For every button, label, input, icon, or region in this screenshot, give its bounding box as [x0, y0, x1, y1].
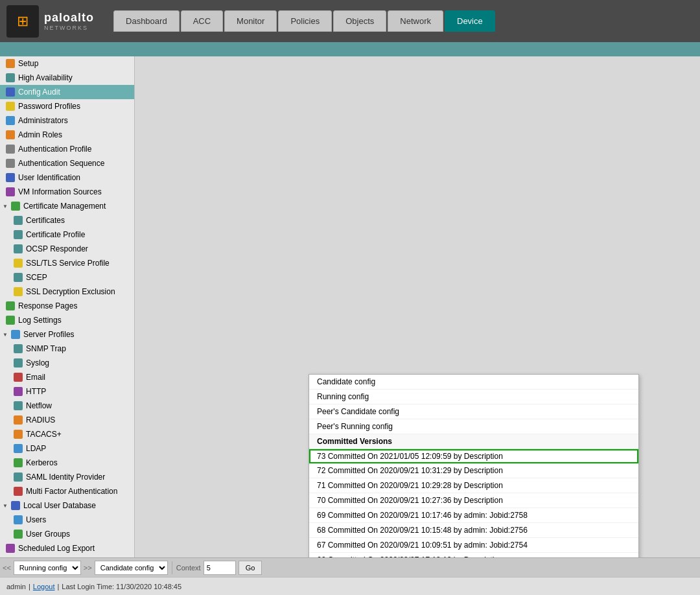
sidebar-item-ssl-tls[interactable]: SSL/TLS Service Profile: [0, 256, 134, 270]
sidebar-item-radius[interactable]: RADIUS: [0, 413, 134, 427]
sidebar-label-response-pages: Response Pages: [18, 301, 77, 310]
logo-box: ⊞: [6, 5, 39, 38]
sidebar-item-kerberos[interactable]: Kerberos: [0, 456, 134, 470]
sidebar-label-email: Email: [26, 373, 45, 382]
saml-icon: [13, 472, 23, 482]
nav-tabs: Dashboard ACC Monitor Policies Objects N…: [113, 10, 495, 32]
sidebar-item-log-settings[interactable]: Log Settings: [0, 313, 134, 327]
group-icon: [13, 529, 23, 539]
sidebar-label-user-id: User Identification: [18, 173, 80, 182]
logo-icon: ⊞: [17, 13, 29, 30]
dropdown-peers-candidate[interactable]: Peer's Candidate config: [309, 404, 638, 419]
sidebar-item-ha[interactable]: High Availability: [0, 71, 134, 85]
sidebar-label-users: Users: [26, 515, 46, 524]
sidebar-item-user-identification[interactable]: User Identification: [0, 170, 134, 185]
http-icon: [13, 386, 23, 397]
sidebar-label-ocsp: OCSP Responder: [26, 244, 88, 253]
sidebar-item-ocsp[interactable]: OCSP Responder: [0, 242, 134, 256]
sidebar-label-radius: RADIUS: [26, 415, 55, 425]
sidebar-label-auth-sequence: Authentication Sequence: [18, 159, 104, 168]
resp-icon: [5, 301, 16, 311]
seq-icon: [5, 158, 16, 169]
sidebar-item-auth-sequence[interactable]: Authentication Sequence: [0, 156, 134, 170]
status-separator-1: |: [29, 583, 30, 590]
sidebar-item-administrators[interactable]: Administrators: [0, 113, 134, 128]
sidebar-label-certificates: Certificates: [26, 216, 65, 225]
last-login-text: Last Login Time: 11/30/2020 10:48:45: [62, 583, 181, 590]
sidebar-item-scep[interactable]: SCEP: [0, 270, 134, 285]
dropdown-version-66[interactable]: 66 Committed On 2020/08/07 17:18:12 by D…: [309, 553, 638, 557]
sidebar-item-snmp[interactable]: SNMP Trap: [0, 342, 134, 356]
sidebar-item-local-user-db[interactable]: ▼ Local User Database: [0, 498, 134, 513]
sidebar-item-tacacs[interactable]: TACACS+: [0, 427, 134, 441]
vm-icon: [5, 187, 16, 197]
tab-monitor[interactable]: Monitor: [224, 10, 277, 32]
user-icon: [13, 515, 23, 525]
sidebar-item-users[interactable]: Users: [0, 513, 134, 527]
logo-area: ⊞ paloalto NETWORKS: [6, 5, 94, 38]
sidebar-item-vm-info[interactable]: VM Information Sources: [0, 185, 134, 199]
tab-network[interactable]: Network: [388, 10, 443, 32]
dropdown-version-70[interactable]: 70 Committed On 2020/09/21 10:27:36 by D…: [309, 493, 638, 508]
sidebar-item-http[interactable]: HTTP: [0, 384, 134, 399]
sidebar-item-saml[interactable]: SAML Identity Provider: [0, 470, 134, 484]
sidebar-item-setup[interactable]: Setup: [0, 56, 134, 71]
sidebar-item-user-groups[interactable]: User Groups: [0, 527, 134, 541]
sidebar-item-password-profiles[interactable]: Password Profiles: [0, 99, 134, 113]
sidebar-item-mfa[interactable]: Multi Factor Authentication: [0, 484, 134, 498]
sidebar-item-server-profiles[interactable]: ▼ Server Profiles: [0, 327, 134, 342]
sidebar-label-auth-profile: Authentication Profile: [18, 145, 91, 154]
sidebar-item-certificates[interactable]: Certificates: [0, 213, 134, 228]
status-separator-2: |: [57, 583, 59, 590]
sidebar-label-kerberos: Kerberos: [26, 458, 58, 467]
tab-device[interactable]: Device: [445, 10, 495, 32]
log-icon: [5, 315, 16, 325]
ocsp-icon: [13, 244, 23, 254]
dropdown-version-68[interactable]: 68 Committed On 2020/09/21 10:15:48 by a…: [309, 523, 638, 538]
sidebar-item-email[interactable]: Email: [0, 370, 134, 384]
nav-left-arrows: <<: [3, 564, 11, 572]
right-config-select[interactable]: Candidate config: [95, 561, 168, 575]
sidebar-item-ldap[interactable]: LDAP: [0, 441, 134, 456]
dropdown-candidate-config[interactable]: Candidate config: [309, 375, 638, 390]
tab-objects[interactable]: Objects: [333, 10, 386, 32]
dropdown-peers-running[interactable]: Peer's Running config: [309, 419, 638, 434]
sidebar-label-local-user-db: Local User Database: [23, 501, 96, 510]
auth-icon: [5, 144, 16, 154]
role-icon: [5, 130, 16, 140]
dropdown-version-71[interactable]: 71 Committed On 2020/09/21 10:29:28 by D…: [309, 478, 638, 493]
logo-name: paloalto: [44, 11, 94, 25]
dropdown-running-config[interactable]: Running config: [309, 390, 638, 404]
tab-acc[interactable]: ACC: [181, 10, 223, 32]
sidebar-item-netflow[interactable]: Netflow: [0, 399, 134, 413]
sidebar-label-ha: High Availability: [18, 73, 73, 82]
uid-icon: [5, 172, 16, 183]
sidebar-item-admin-roles[interactable]: Admin Roles: [0, 128, 134, 142]
key-icon: [5, 101, 16, 111]
logout-link[interactable]: Logout: [33, 583, 55, 590]
dropdown-version-69[interactable]: 69 Committed On 2020/09/21 10:17:46 by a…: [309, 508, 638, 523]
dropdown-version-72[interactable]: 72 Committed On 2020/09/21 10:31:29 by D…: [309, 463, 638, 478]
separator-1: [172, 561, 172, 574]
sidebar-item-syslog[interactable]: Syslog: [0, 356, 134, 370]
go-button[interactable]: Go: [239, 561, 262, 575]
dropdown-version-73[interactable]: 73 Committed On 2021/01/05 12:09:59 by D…: [309, 449, 638, 463]
sidebar-item-scheduled-log[interactable]: Scheduled Log Export: [0, 541, 134, 555]
context-input[interactable]: [204, 561, 236, 575]
tacacs-icon: [13, 429, 23, 439]
tab-policies[interactable]: Policies: [278, 10, 332, 32]
left-config-select[interactable]: Running config: [14, 561, 81, 575]
sidebar-item-response-pages[interactable]: Response Pages: [0, 299, 134, 313]
syslog-icon: [13, 358, 23, 368]
server-icon: [10, 329, 21, 340]
sidebar-item-cert-profile[interactable]: Certificate Profile: [0, 228, 134, 242]
tab-dashboard[interactable]: Dashboard: [113, 10, 180, 32]
sidebar-item-cert-mgmt[interactable]: ▼ Certificate Management: [0, 199, 134, 213]
sidebar-label-cert-mgmt: Certificate Management: [23, 202, 106, 211]
main-layout: Setup High Availability Config Audit Pas…: [0, 56, 700, 557]
dropdown-version-67[interactable]: 67 Committed On 2020/09/21 10:09:51 by a…: [309, 538, 638, 553]
sidebar-item-auth-profile[interactable]: Authentication Profile: [0, 142, 134, 156]
sidebar-item-ssl-excl[interactable]: SSL Decryption Exclusion: [0, 285, 134, 299]
sidebar-item-config-audit[interactable]: Config Audit: [0, 85, 134, 99]
sidebar-item-software[interactable]: Software: [0, 555, 134, 557]
